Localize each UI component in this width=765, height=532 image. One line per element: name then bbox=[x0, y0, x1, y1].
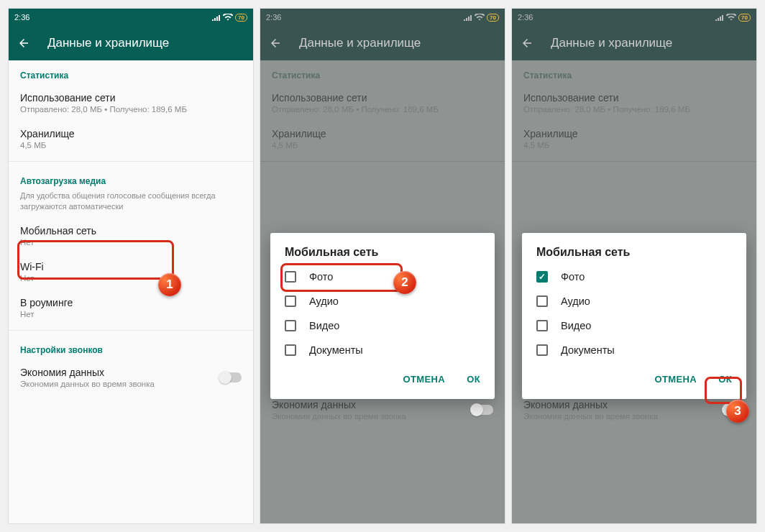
divider bbox=[512, 161, 756, 162]
checkbox-photo[interactable] bbox=[285, 271, 296, 283]
back-icon[interactable] bbox=[521, 37, 533, 50]
dialog-item-docs[interactable]: Документы bbox=[522, 338, 746, 362]
status-bar: 2:36 70 bbox=[260, 9, 505, 26]
dialog-label: Аудио bbox=[309, 295, 339, 307]
item-saver[interactable]: Экономия данных Экономия данных во время… bbox=[9, 359, 253, 395]
back-icon[interactable] bbox=[17, 37, 30, 50]
status-time: 2:36 bbox=[266, 13, 281, 22]
signal-icon bbox=[715, 14, 724, 21]
badge-1: 1 bbox=[158, 273, 181, 296]
dialog-item-photo[interactable]: Фото bbox=[522, 265, 746, 289]
status-time: 2:36 bbox=[518, 13, 533, 22]
status-icons: 70 bbox=[212, 14, 247, 22]
item-title: Wi-Fi bbox=[20, 261, 242, 272]
status-icons: 70 bbox=[464, 14, 499, 22]
item-title: Использование сети bbox=[20, 92, 242, 104]
badge-2: 2 bbox=[393, 271, 416, 294]
divider bbox=[9, 330, 253, 331]
checkbox-video[interactable] bbox=[285, 320, 296, 331]
item-title: Экономия данных bbox=[523, 399, 658, 411]
dialog-actions: ОТМЕНА ОК bbox=[522, 362, 746, 393]
toolbar: Данные и хранилище bbox=[260, 26, 505, 60]
section-calls: Настройки звонков bbox=[9, 335, 253, 359]
item-sub: Экономия данных во время звонка bbox=[523, 412, 658, 421]
item-network-usage: Использование сети Отправлено: 28,0 МБ •… bbox=[260, 85, 505, 121]
dialog-label: Документы bbox=[309, 344, 363, 356]
toggle-saver[interactable] bbox=[220, 372, 242, 382]
screenshot-1: 2:36 70 Данные и хранилище Статистика Ис… bbox=[9, 9, 253, 523]
item-sub: Отправлено: 28,0 МБ • Получено: 189,6 МБ bbox=[523, 105, 745, 114]
status-icons: 70 bbox=[715, 14, 751, 22]
cancel-button[interactable]: ОТМЕНА bbox=[395, 368, 452, 390]
item-network-usage[interactable]: Использование сети Отправлено: 28,0 МБ •… bbox=[9, 85, 253, 121]
dialog-label: Аудио bbox=[561, 295, 590, 307]
section-stats: Статистика bbox=[512, 60, 756, 85]
dialog-label: Документы bbox=[561, 344, 615, 356]
toggle-saver bbox=[472, 405, 493, 415]
battery-icon: 70 bbox=[738, 14, 751, 22]
item-sub: 4,5 МБ bbox=[272, 141, 493, 150]
item-storage: Хранилище 4,5 МБ bbox=[260, 121, 505, 157]
item-sub: Нет bbox=[20, 238, 242, 247]
item-title: Хранилище bbox=[523, 128, 745, 139]
dialog-label: Фото bbox=[561, 271, 585, 283]
divider bbox=[9, 161, 253, 162]
status-bar: 2:36 70 bbox=[512, 9, 756, 26]
item-title: Мобильная сеть bbox=[20, 225, 242, 237]
badge-3: 3 bbox=[726, 400, 749, 423]
dialog-item-video[interactable]: Видео bbox=[522, 313, 746, 338]
ok-button[interactable]: ОК bbox=[711, 368, 739, 390]
item-sub: 4,5 МБ bbox=[20, 141, 242, 150]
checkbox-docs[interactable] bbox=[285, 344, 296, 356]
dialog-label: Видео bbox=[561, 320, 591, 331]
item-wifi[interactable]: Wi-Fi Нет bbox=[9, 254, 253, 290]
checkbox-video[interactable] bbox=[536, 320, 548, 331]
dialog-label: Видео bbox=[309, 320, 339, 331]
wifi-icon bbox=[475, 14, 485, 21]
item-title: Экономия данных bbox=[272, 399, 406, 411]
signal-icon bbox=[464, 14, 472, 21]
battery-icon: 70 bbox=[487, 14, 499, 22]
item-title: Экономия данных bbox=[20, 367, 155, 378]
divider bbox=[260, 161, 505, 162]
item-storage: Хранилище 4,5 МБ bbox=[512, 121, 756, 157]
item-sub: Экономия данных во время звонка bbox=[20, 380, 155, 388]
dialog-item-photo[interactable]: Фото bbox=[270, 265, 495, 289]
screenshot-3: 2:36 70 Данные и хранилище Статистика Ис… bbox=[512, 9, 756, 523]
status-bar: 2:36 70 bbox=[9, 9, 253, 26]
dialog-item-video[interactable]: Видео bbox=[270, 313, 495, 338]
checkbox-photo[interactable] bbox=[536, 271, 548, 283]
toolbar: Данные и хранилище bbox=[512, 26, 756, 60]
item-sub: Отправлено: 28,0 МБ • Получено: 189,6 МБ bbox=[20, 105, 242, 114]
item-sub: 4,5 МБ bbox=[523, 141, 745, 150]
item-title: Хранилище bbox=[20, 128, 242, 139]
dialog-actions: ОТМЕНА ОК bbox=[270, 362, 495, 393]
dialog-item-docs[interactable]: Документы bbox=[270, 338, 495, 362]
item-sub: Нет bbox=[20, 310, 242, 318]
section-stats: Статистика bbox=[260, 60, 505, 85]
ok-button[interactable]: ОК bbox=[459, 368, 487, 390]
back-icon[interactable] bbox=[269, 37, 282, 50]
item-roaming[interactable]: В роуминге Нет bbox=[9, 290, 253, 326]
dialog-item-audio[interactable]: Аудио bbox=[522, 289, 746, 313]
dialog-item-audio[interactable]: Аудио bbox=[270, 289, 495, 313]
item-storage[interactable]: Хранилище 4,5 МБ bbox=[9, 121, 253, 157]
item-title: Хранилище bbox=[272, 128, 493, 139]
item-network-usage: Использование сети Отправлено: 28,0 МБ •… bbox=[512, 85, 756, 121]
toolbar-title: Данные и хранилище bbox=[47, 36, 169, 50]
item-title: Использование сети bbox=[272, 92, 493, 104]
dialog-title: Мобильная сеть bbox=[522, 246, 746, 265]
section-autodl-sub: Для удобства общения голосовые сообщения… bbox=[9, 191, 253, 218]
settings-list: Статистика Использование сети Отправлено… bbox=[9, 60, 253, 395]
cancel-button[interactable]: ОТМЕНА bbox=[647, 368, 704, 390]
dialog-label: Фото bbox=[309, 271, 333, 283]
checkbox-docs[interactable] bbox=[536, 344, 548, 356]
status-time: 2:36 bbox=[14, 13, 29, 22]
item-sub: Нет bbox=[20, 274, 242, 283]
checkbox-audio[interactable] bbox=[536, 295, 548, 307]
item-mobile[interactable]: Мобильная сеть Нет bbox=[9, 218, 253, 254]
item-sub: Отправлено: 28,0 МБ • Получено: 189,6 МБ bbox=[272, 105, 493, 114]
battery-icon: 70 bbox=[235, 14, 247, 22]
section-stats: Статистика bbox=[9, 60, 253, 85]
checkbox-audio[interactable] bbox=[285, 295, 296, 307]
